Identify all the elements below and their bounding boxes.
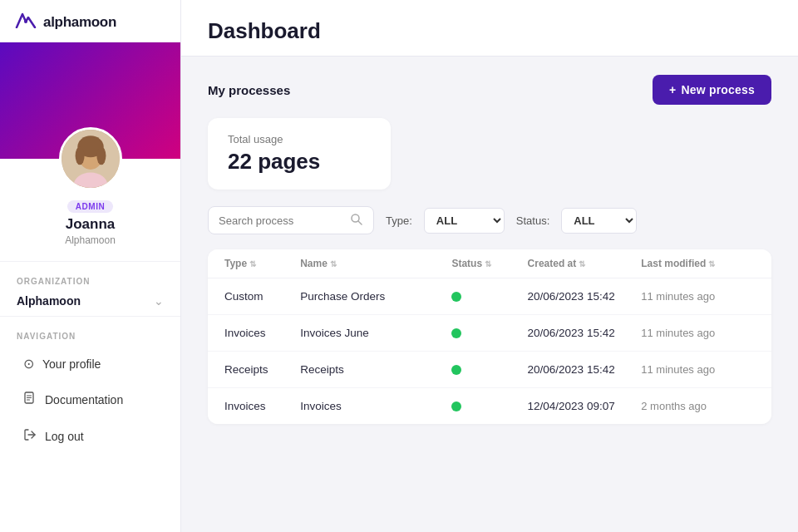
- svg-point-6: [75, 146, 84, 165]
- organization-name: Alphamoon: [17, 294, 81, 308]
- processes-label: My processes: [208, 83, 290, 97]
- col-header-status: Status ⇅: [451, 258, 527, 269]
- cell-status: [451, 365, 527, 375]
- sidebar-item-label-docs: Documentation: [45, 393, 123, 406]
- avatar: [59, 127, 122, 190]
- user-badge: ADMIN: [67, 200, 113, 213]
- status-dot: [451, 328, 461, 338]
- cell-name: Invoices: [300, 400, 451, 412]
- cell-type: Custom: [224, 290, 300, 303]
- sidebar-item-label-logout: Log out: [45, 430, 84, 443]
- docs-icon: [23, 392, 37, 408]
- cell-type: Receipts: [224, 363, 300, 376]
- cell-created: 12/04/2023 09:07: [528, 400, 642, 412]
- filter-row: Type: ALL Custom Invoices Receipts Statu…: [208, 206, 771, 234]
- organization-section-label: ORGANIZATION: [0, 262, 180, 291]
- sort-icon-modified: ⇅: [708, 259, 715, 268]
- main-content: Dashboard My processes + New process Tot…: [181, 0, 798, 532]
- page-title: Dashboard: [208, 18, 321, 43]
- cell-type: Invoices: [224, 327, 300, 339]
- new-process-label: New process: [681, 83, 755, 96]
- logout-icon: [23, 428, 37, 445]
- cell-created: 20/06/2023 15:42: [528, 363, 642, 376]
- sidebar-item-docs[interactable]: Documentation: [7, 383, 174, 416]
- sort-icon-type: ⇅: [249, 259, 256, 268]
- sidebar-item-logout[interactable]: Log out: [7, 420, 174, 453]
- user-info: ADMIN Joanna Alphamoon: [0, 200, 180, 262]
- logo-icon: [15, 12, 37, 33]
- svg-line-14: [358, 221, 362, 224]
- status-filter-select[interactable]: ALL Active Inactive: [561, 208, 637, 234]
- sort-icon-status: ⇅: [485, 259, 491, 268]
- processes-table: Type ⇅ Name ⇅ Status ⇅ Created at ⇅ Last…: [208, 249, 771, 424]
- col-header-created: Created at ⇅: [528, 258, 642, 269]
- sidebar-item-label-profile: Your profile: [42, 357, 101, 371]
- usage-card: Total usage 22 pages: [208, 118, 391, 190]
- cell-created: 20/06/2023 15:42: [528, 327, 642, 339]
- plus-icon: +: [669, 83, 676, 96]
- usage-value: 22 pages: [228, 149, 371, 175]
- sort-icon-created: ⇅: [579, 259, 585, 268]
- organization-row[interactable]: Alphamoon ⌄: [0, 291, 180, 317]
- cell-name: Receipts: [300, 363, 451, 376]
- status-dot: [451, 292, 461, 302]
- type-filter-select[interactable]: ALL Custom Invoices Receipts: [424, 208, 505, 234]
- cell-status: [451, 292, 527, 302]
- new-process-button[interactable]: + New process: [653, 75, 771, 105]
- col-header-name: Name ⇅: [300, 258, 451, 269]
- svg-point-5: [96, 146, 106, 165]
- logo-text: alphamoon: [43, 14, 116, 31]
- main-body: My processes + New process Total usage 2…: [181, 57, 798, 532]
- table-row[interactable]: Invoices Invoices June 20/06/2023 15:42 …: [208, 315, 771, 352]
- sidebar: alphamoon ADMIN: [0, 0, 181, 532]
- profile-icon: ⊙: [23, 356, 34, 372]
- cell-name: Purchase Orders: [300, 290, 451, 303]
- search-icon: [350, 213, 362, 228]
- processes-header: My processes + New process: [208, 75, 771, 105]
- navigation-section-label: NAVIGATION: [0, 317, 180, 346]
- cell-type: Invoices: [224, 400, 300, 412]
- search-input[interactable]: [219, 214, 343, 227]
- cell-modified: 11 minutes ago: [641, 363, 755, 376]
- table-row[interactable]: Receipts Receipts 20/06/2023 15:42 11 mi…: [208, 352, 771, 388]
- cell-modified: 2 months ago: [641, 400, 755, 412]
- col-header-modified: Last modified ⇅: [641, 258, 755, 269]
- table-header: Type ⇅ Name ⇅ Status ⇅ Created at ⇅ Last…: [208, 249, 771, 278]
- cell-status: [451, 401, 527, 411]
- main-header: Dashboard: [181, 0, 798, 57]
- table-row[interactable]: Custom Purchase Orders 20/06/2023 15:42 …: [208, 278, 771, 315]
- sidebar-banner: [0, 42, 180, 159]
- sidebar-item-profile[interactable]: ⊙ Your profile: [7, 347, 174, 380]
- status-filter-label: Status:: [516, 214, 549, 227]
- cell-modified: 11 minutes ago: [641, 290, 755, 303]
- user-name: Joanna: [66, 216, 116, 233]
- col-header-type: Type ⇅: [224, 258, 300, 269]
- chevron-down-icon: ⌄: [154, 294, 164, 308]
- search-box[interactable]: [208, 206, 374, 234]
- type-filter-label: Type:: [386, 214, 412, 227]
- table-row[interactable]: Invoices Invoices 12/04/2023 09:07 2 mon…: [208, 388, 771, 424]
- cell-name: Invoices June: [300, 327, 451, 339]
- status-dot: [451, 365, 461, 375]
- sort-icon-name: ⇅: [330, 259, 337, 268]
- cell-modified: 11 minutes ago: [641, 327, 755, 339]
- cell-status: [451, 328, 527, 338]
- user-org-subtitle: Alphamoon: [65, 234, 116, 246]
- svg-point-0: [24, 20, 27, 23]
- usage-label: Total usage: [228, 133, 371, 145]
- cell-created: 20/06/2023 15:42: [528, 290, 642, 303]
- avatar-image: [62, 127, 120, 190]
- logo-area: alphamoon: [0, 0, 180, 42]
- status-dot: [451, 401, 461, 411]
